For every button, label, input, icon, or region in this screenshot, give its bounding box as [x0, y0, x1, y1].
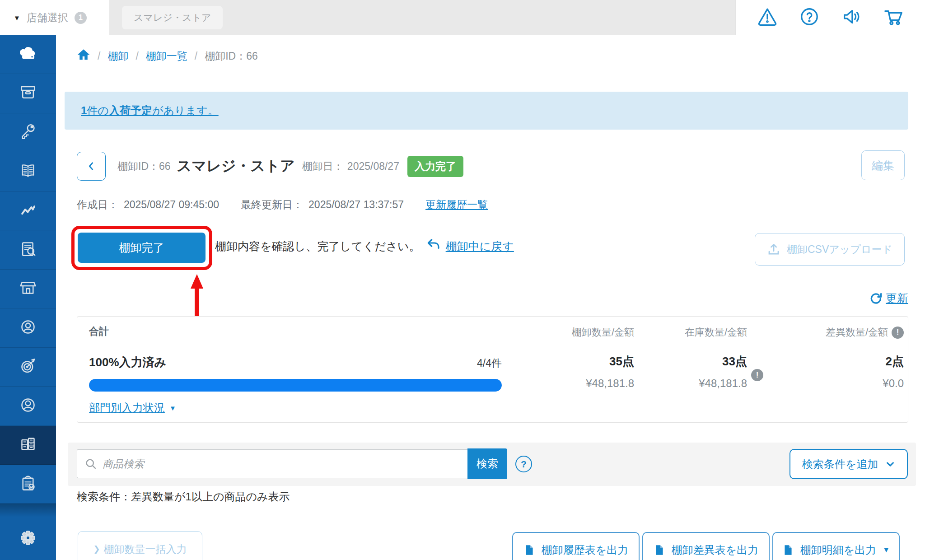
- search-help-icon[interactable]: ?: [515, 456, 532, 472]
- sidebar-shadow: [0, 504, 56, 517]
- top-bar: ▼ 店舗選択 1 スマレジ・ストア: [0, 0, 925, 35]
- stocktake-date-value: 2025/08/27: [347, 160, 399, 173]
- export-history-button[interactable]: 棚卸履歴表を出力: [512, 532, 640, 560]
- incoming-shipment-notification: 1件の入荷予定があります。: [65, 92, 908, 130]
- sidebar-item-target[interactable]: [0, 348, 56, 387]
- book-icon: [16, 159, 40, 185]
- created-label: 作成日：: [77, 198, 118, 212]
- tab-store[interactable]: スマレジ・ストア: [122, 6, 223, 29]
- page-header: 棚卸ID：66 スマレジ・ストア 棚卸日： 2025/08/27 入力完了 編集: [77, 150, 905, 182]
- revert-to-counting-link[interactable]: 棚卸中に戻す: [446, 239, 514, 254]
- edit-button[interactable]: 編集: [861, 150, 905, 180]
- summary-card: 合計 棚卸数量/金額 在庫数量/金額 差異数量/金額 ! 100%入力済み 4/…: [77, 316, 908, 423]
- progress-bar-fill: [89, 379, 502, 392]
- alert-icon[interactable]: [757, 6, 778, 29]
- cart-icon[interactable]: [883, 6, 904, 29]
- report-search-icon: [16, 237, 40, 263]
- box-icon: [16, 80, 40, 107]
- line-chart-icon: [16, 198, 40, 224]
- add-search-condition-button[interactable]: 検索条件を追加: [790, 449, 908, 479]
- document-icon: [782, 544, 794, 556]
- main-content: / 棚卸 / 棚卸一覧 / 棚卸ID：66 1件の入荷予定があります。 棚卸ID…: [56, 35, 925, 560]
- export-difference-button[interactable]: 棚卸差異表を出力: [642, 532, 770, 560]
- incoming-shipment-link[interactable]: 1件の入荷予定があります。: [81, 103, 219, 118]
- cloud-icon: [16, 42, 40, 68]
- refresh-row: 更新: [869, 291, 908, 306]
- breadcrumb-link-stocktake-list[interactable]: 棚卸一覧: [146, 49, 187, 63]
- breadcrumb-link-stocktake[interactable]: 棚卸: [107, 49, 128, 63]
- created-value: 2025/08/27 09:45:00: [124, 199, 219, 211]
- home-icon[interactable]: [77, 48, 90, 64]
- sidebar-item-settings[interactable]: [0, 517, 56, 560]
- caret-down-icon: ▼: [14, 14, 20, 22]
- search-condition-text: 検索条件：差異数量が1以上の商品のみ表示: [77, 490, 290, 504]
- chevron-left-icon: [86, 161, 96, 171]
- status-badge: 入力完了: [407, 156, 463, 177]
- breadcrumb-separator: /: [98, 50, 100, 62]
- sidebar-item-staff[interactable]: [0, 387, 56, 425]
- breadcrumb-current: 棚卸ID：66: [205, 49, 258, 63]
- inventory-drawers-icon: [16, 432, 40, 458]
- refresh-link[interactable]: 更新: [886, 291, 908, 306]
- top-icon-group: [735, 0, 925, 35]
- sidebar-item-customer[interactable]: [0, 308, 56, 347]
- diff-qty: 2点: [750, 354, 904, 369]
- key-icon: [16, 120, 40, 146]
- sidebar-nav: [0, 35, 56, 560]
- csv-upload-button[interactable]: 棚卸CSVアップロード: [755, 233, 905, 266]
- breadcrumb: / 棚卸 / 棚卸一覧 / 棚卸ID：66: [77, 48, 258, 64]
- footer-row: ❯ 棚卸数量一括入力 棚卸履歴表を出力 棚卸差異表を出力 棚卸明細を出力 ▼: [77, 531, 900, 560]
- diff-amount: ¥0.0: [750, 377, 904, 390]
- back-button[interactable]: [77, 152, 106, 181]
- breadcrumb-separator: /: [195, 50, 197, 62]
- complete-stocktake-button[interactable]: 棚卸完了: [78, 233, 206, 263]
- app-window: ▼ 店舗選択 1 スマレジ・ストア: [0, 0, 925, 560]
- sidebar-item-analytics[interactable]: [0, 191, 56, 230]
- column-header-stock: 在庫数量/金額: [612, 326, 747, 339]
- sidebar-item-cloud-logo[interactable]: [0, 35, 56, 74]
- customer-icon: [16, 315, 40, 341]
- sidebar-item-box[interactable]: [0, 74, 56, 113]
- stocktake-id-label: 棚卸ID：66: [117, 159, 171, 173]
- search-box: [77, 449, 467, 478]
- breadcrumb-separator: /: [135, 50, 138, 62]
- store-count-badge: 1: [75, 12, 87, 24]
- department-status-link[interactable]: 部門別入力状況 ▼: [89, 401, 176, 415]
- progress-label: 100%入力済み: [89, 355, 166, 370]
- progress-bar: [89, 379, 502, 392]
- total-label: 合計: [89, 325, 109, 338]
- sidebar-item-key[interactable]: [0, 113, 56, 152]
- column-header-difference: 差異数量/金額 !: [750, 326, 904, 339]
- store-select-dropdown[interactable]: ▼ 店舗選択 1: [0, 0, 109, 35]
- stocktake-date-label: 棚卸日：: [302, 159, 344, 173]
- export-detail-button[interactable]: 棚卸明細を出力 ▼: [772, 532, 900, 560]
- sidebar-item-book[interactable]: [0, 152, 56, 191]
- search-icon: [84, 457, 97, 470]
- document-icon: [654, 544, 665, 556]
- stock-qty: 33点: [612, 354, 747, 369]
- difference-info-icon[interactable]: !: [892, 327, 904, 339]
- sidebar-item-stocktake[interactable]: [0, 465, 56, 504]
- sidebar-item-store[interactable]: [0, 270, 56, 308]
- chevron-down-icon: [885, 459, 895, 469]
- meta-row: 作成日： 2025/08/27 09:45:00 最終更新日： 2025/08/…: [77, 198, 488, 212]
- undo-icon: [426, 238, 440, 255]
- page-title: スマレジ・ストア: [177, 156, 295, 176]
- update-history-link[interactable]: 更新履歴一覧: [425, 198, 488, 212]
- chevron-right-icon: ❯: [93, 544, 100, 554]
- announcement-icon[interactable]: [841, 6, 862, 29]
- store-icon: [16, 275, 40, 302]
- sidebar-item-inventory[interactable]: [0, 426, 56, 465]
- product-search-input[interactable]: [103, 450, 467, 478]
- stock-amount: ¥48,181.8: [612, 377, 747, 390]
- updated-value: 2025/08/27 13:37:57: [308, 199, 404, 211]
- bulk-input-button[interactable]: ❯ 棚卸数量一括入力: [78, 531, 202, 560]
- settings-gear-icon: [16, 526, 40, 552]
- upload-icon: [767, 243, 780, 256]
- help-icon[interactable]: [799, 6, 820, 29]
- sidebar-item-report[interactable]: [0, 230, 56, 269]
- chevron-down-icon: ▼: [883, 546, 890, 554]
- export-button-group: 棚卸履歴表を出力 棚卸差異表を出力 棚卸明細を出力 ▼: [512, 532, 900, 560]
- item-count: 4/4件: [420, 356, 502, 370]
- search-button[interactable]: 検索: [467, 448, 507, 479]
